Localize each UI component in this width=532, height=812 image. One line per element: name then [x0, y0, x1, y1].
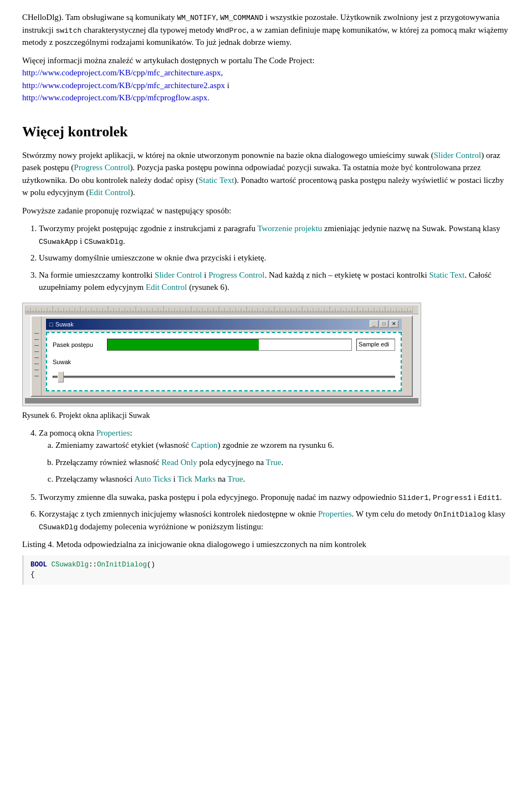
figure-caption: Rysunek 6. Projekt okna aplikacji Suwak: [22, 410, 510, 421]
sample-edit-field[interactable]: Sample edi: [356, 339, 395, 351]
maximize-button[interactable]: □: [380, 320, 388, 328]
list-item-4: Za pomocą okna Properties: Zmieniamy zaw…: [39, 427, 510, 486]
sub-item-4b: Przełączamy również własność Read Only p…: [55, 456, 510, 469]
edit-control-ref2: Edit Control: [146, 283, 187, 292]
static-text-ref1: Static Text: [198, 176, 234, 185]
list-item-2: Usuwamy domyślnie umieszczone w oknie dw…: [39, 252, 510, 264]
sidebar-tick: [34, 339, 39, 340]
text-i: i: [225, 81, 229, 90]
sidebar-tick: [34, 376, 39, 376]
main-list-continued: Za pomocą okna Properties: Zmieniamy zaw…: [39, 427, 510, 533]
code-progress1: Progress1: [433, 494, 472, 502]
link1-url[interactable]: http://www.codeproject.com/KB/cpp/mfc_ar…: [22, 68, 223, 77]
code-wndproc: WndProc: [216, 27, 247, 35]
text-wiecej: Więcej informacji można znaleźć w artyku…: [22, 56, 315, 65]
list-item-3: Na formie umieszczamy kontrolki Slider C…: [39, 269, 510, 294]
main-list: Tworzymy projekt postępując zgodnie z in…: [39, 222, 510, 294]
minimize-button[interactable]: _: [370, 320, 378, 328]
list-item-5: Tworzymy zmienne dla suwaka, paska postę…: [39, 491, 510, 504]
sidebar-tick: [34, 345, 39, 346]
properties-link2: Properties: [318, 509, 352, 518]
true-link2: True: [228, 474, 243, 483]
listing-label: Listing 4. Metoda odpowiedzialna za inic…: [22, 538, 510, 551]
true-link1: True: [266, 458, 282, 467]
code-edit1: Edit1: [478, 494, 500, 502]
text-rest2: charakterystycznej dla typowej metody: [81, 25, 216, 34]
section-paragraph-2: Powyższe zadanie proponuję rozwiązać w n…: [22, 205, 510, 217]
code-line-2: {: [30, 570, 503, 580]
dialog-title: Suwak: [55, 320, 370, 329]
properties-link1: Properties: [96, 428, 130, 437]
intro-paragraph-1: CHelloDlg). Tam obsługiwane są komunikat…: [22, 11, 510, 49]
sidebar-tick: [34, 333, 39, 334]
text-chellodlg: CHelloDlg). Tam obsługiwane są komunikat…: [22, 13, 177, 22]
close-button[interactable]: ✕: [390, 320, 398, 328]
sidebar-tick: [34, 364, 39, 364]
code-wm-notify: WM_NOTIFY: [177, 14, 216, 22]
list-item-1: Tworzymy projekt postępując zgodnie z in…: [39, 222, 510, 247]
edit-control-ref1: Edit Control: [89, 188, 130, 197]
sample-edit-text: Sample edi: [359, 341, 389, 348]
section-title: Więcej kontrolek: [22, 121, 510, 142]
code-csuwakdlg2: CSuwakDlg: [39, 523, 78, 532]
slider-horizontal-track[interactable]: [53, 376, 395, 378]
slider-thumb[interactable]: [58, 371, 64, 382]
code-slider1: Slider1: [398, 494, 429, 502]
sidebar-left: [32, 316, 42, 396]
list-item-6: Korzystając z tych zmiennych inicjujemy …: [39, 508, 510, 533]
sub-item-4a: Zmieniamy zawartość etykiet (własność Ca…: [55, 439, 510, 452]
progress-bar-fill: [108, 339, 259, 350]
static-text-ref2: Static Text: [429, 270, 464, 279]
dialog-controls: _ □ ✕: [370, 320, 398, 328]
resize-handle-right: [406, 316, 412, 396]
caption-link: Caption: [191, 441, 218, 450]
link3-url[interactable]: http://www.codeproject.com/KB/cpp/mfcpro…: [22, 93, 209, 102]
code-oninitdialog: OnInitDialog: [434, 510, 486, 519]
suwak-label-row: Suwak: [53, 358, 395, 367]
code-csuwakapp: CSuwakApp: [39, 238, 78, 246]
code-wm-command: WM_COMMAND: [220, 14, 263, 22]
code-line-1: BOOL CSuwakDlg::OnInitDialog(): [30, 560, 503, 570]
figure-container: // render tick marks: [22, 303, 510, 406]
code-block: BOOL CSuwakDlg::OnInitDialog() {: [22, 555, 510, 585]
ruler-icon: // render tick marks: [25, 305, 413, 313]
sidebar-tick: [34, 358, 39, 358]
code-csuwakdlg: CSuwakDlg: [84, 238, 123, 246]
dialog-titlebar: □ Suwak _ □ ✕: [46, 319, 402, 330]
slider-control-ref: Slider Control: [434, 151, 481, 160]
intro-paragraph-2: Więcej informacji można znaleźć w artyku…: [22, 54, 510, 104]
progress-control-ref2: Progress Control: [208, 270, 264, 279]
sidebar-tick: [34, 351, 39, 352]
dialog-icon: □: [49, 320, 53, 329]
dialog-main-area: □ Suwak _ □ ✕ Pasek postępu: [42, 316, 406, 396]
progress-label: Pasek postępu: [53, 340, 103, 350]
slider-horizontal-container: [53, 369, 395, 385]
progress-row: Pasek postępu Sample edi: [53, 339, 395, 351]
tworzenie-projektu-link[interactable]: Tworzenie projektu: [257, 224, 322, 233]
section-paragraph-1: Stwórzmy nowy projekt aplikacji, w które…: [22, 149, 510, 199]
resize-handle-bottom: [25, 398, 418, 404]
sub-list-4: Zmieniamy zawartość etykiet (własność Ca…: [55, 439, 510, 486]
link2-url[interactable]: http://www.codeproject.com/KB/cpp/mfc_ar…: [22, 81, 225, 90]
auto-ticks-link: Auto Ticks: [134, 474, 171, 483]
sub-item-4c: Przełączamy własności Auto Ticks i Tick …: [55, 473, 510, 486]
read-only-link: Read Only: [161, 458, 197, 467]
sidebar-tick: [34, 370, 39, 370]
dialog-body: Pasek postępu Sample edi Suwak: [46, 332, 402, 391]
tick-marks-link: Tick Marks: [177, 474, 216, 483]
progress-control-ref: Progress Control: [74, 163, 130, 172]
dialog-window: □ Suwak _ □ ✕ Pasek postępu: [30, 315, 413, 397]
progress-bar-container: [107, 339, 352, 351]
code-switch: switch: [55, 27, 81, 35]
slider-control-ref2: Slider Control: [155, 270, 202, 279]
